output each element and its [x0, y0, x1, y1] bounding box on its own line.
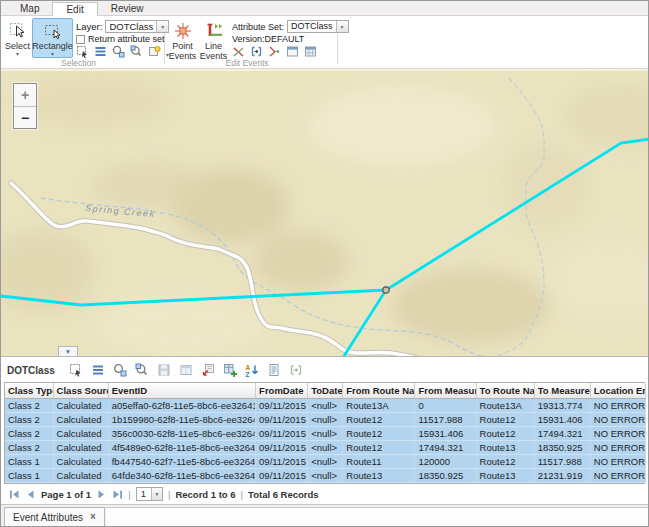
table-cell[interactable]: 09/11/2015: [256, 469, 308, 483]
table-cell[interactable]: Route13: [343, 469, 415, 483]
column-header[interactable]: FromDate: [256, 383, 308, 399]
close-tab-icon[interactable]: ×: [90, 512, 96, 522]
return-attribute-set-checkbox[interactable]: [76, 35, 85, 44]
table-cell[interactable]: NO ERROR: [590, 469, 645, 483]
table-cell[interactable]: 356c0030-62f8-11e5-8bc6-ee32641d5ec9: [108, 427, 255, 441]
table-cell[interactable]: NO ERROR: [590, 413, 645, 427]
table-cell[interactable]: Route13: [476, 441, 534, 455]
table-cell[interactable]: 17494.321: [534, 427, 590, 441]
tab-map[interactable]: Map: [7, 2, 52, 15]
table-cell[interactable]: 11517.988: [415, 413, 476, 427]
table-cell[interactable]: <null>: [308, 455, 343, 469]
attribute-set-dropdown[interactable]: DOTClass ▾: [287, 20, 349, 33]
previous-page-button[interactable]: [25, 489, 36, 500]
table-cell[interactable]: Route12: [476, 455, 534, 469]
report-icon[interactable]: [267, 363, 282, 378]
table-cell[interactable]: Route13A: [476, 399, 534, 413]
table-row[interactable]: Class 1Calculatedfb447540-62f7-11e5-8bc6…: [5, 455, 646, 469]
table-row[interactable]: Class 1Calculated64fde340-62f8-11e5-8bc6…: [5, 469, 646, 483]
table-cell[interactable]: Class 2: [5, 399, 53, 413]
table-cell[interactable]: <null>: [308, 413, 343, 427]
table-cell[interactable]: fb447540-62f7-11e5-8bc6-ee32641d5ec9: [108, 455, 255, 469]
tab-review[interactable]: Review: [98, 2, 157, 15]
table-cell[interactable]: NO ERROR: [590, 399, 645, 413]
table-cell[interactable]: Class 2: [5, 413, 53, 427]
table-cell[interactable]: 15931.406: [534, 413, 590, 427]
table-cell[interactable]: <null>: [308, 427, 343, 441]
table-cell[interactable]: 120000: [415, 455, 476, 469]
line-events-button[interactable]: Line Events: [198, 18, 229, 58]
table-cell[interactable]: <null>: [308, 469, 343, 483]
table-cell[interactable]: Calculated: [53, 441, 108, 455]
export-records-icon[interactable]: [201, 363, 216, 378]
table-cell[interactable]: Calculated: [53, 469, 108, 483]
table-cell[interactable]: NO ERROR: [590, 427, 645, 441]
measure-range-icon[interactable]: [289, 363, 304, 378]
table-cell[interactable]: Route13: [476, 469, 534, 483]
table-cell[interactable]: Route12: [343, 441, 415, 455]
table-cell[interactable]: 64fde340-62f8-11e5-8bc6-ee32641d5ec9: [108, 469, 255, 483]
table-cell[interactable]: Class 1: [5, 469, 53, 483]
column-header[interactable]: To Route Name: [476, 383, 534, 399]
table-cell[interactable]: NO ERROR: [590, 455, 645, 469]
pan-to-selected-icon[interactable]: [135, 363, 150, 378]
table-cell[interactable]: 4f5489e0-62f8-11e5-8bc6-ee32641d5ec9: [108, 441, 255, 455]
select-dropdown-arrow-icon[interactable]: ▾: [16, 52, 19, 57]
table-cell[interactable]: Route13A: [343, 399, 415, 413]
page-number-dropdown[interactable]: 1 ▾: [136, 487, 163, 501]
event-window-icon[interactable]: [286, 45, 299, 58]
table-cell[interactable]: 09/11/2015: [256, 427, 308, 441]
table-cell[interactable]: a05effa0-62f8-11e5-8bc6-ee32641d5ec9: [108, 399, 255, 413]
attribute-set-dropdown-arrow-icon[interactable]: ▾: [336, 21, 348, 32]
table-cell[interactable]: 17494.321: [415, 441, 476, 455]
collapse-panel-button[interactable]: ▼: [58, 346, 78, 356]
first-page-button[interactable]: [9, 489, 20, 500]
column-header[interactable]: Class Type: [5, 383, 53, 399]
table-cell[interactable]: Route12: [476, 427, 534, 441]
add-records-icon[interactable]: [223, 363, 238, 378]
tab-event-attributes[interactable]: Event Attributes ×: [4, 507, 105, 526]
table-row[interactable]: Class 2Calculated356c0030-62f8-11e5-8bc6…: [5, 427, 646, 441]
select-tool-button[interactable]: Select ▾: [3, 18, 32, 58]
column-header[interactable]: EventID: [108, 383, 255, 399]
select-records-icon[interactable]: [69, 363, 84, 378]
page-dropdown-arrow-icon[interactable]: ▾: [151, 488, 162, 500]
table-cell[interactable]: 21231.919: [534, 469, 590, 483]
zoom-to-selection-icon[interactable]: [112, 45, 125, 58]
merge-events-icon[interactable]: [268, 45, 281, 58]
tab-edit[interactable]: Edit: [52, 2, 97, 16]
table-cell[interactable]: Route12: [343, 413, 415, 427]
measure-brackets-icon[interactable]: [250, 45, 263, 58]
table-cell[interactable]: Class 2: [5, 441, 53, 455]
column-header[interactable]: ToDate: [308, 383, 343, 399]
next-page-button[interactable]: [96, 489, 107, 500]
table-cell[interactable]: 09/11/2015: [256, 455, 308, 469]
table-cell[interactable]: 18350.925: [534, 441, 590, 455]
table-cell[interactable]: 1b159980-62f8-11e5-8bc6-ee32641d5ec9: [108, 413, 255, 427]
table-row[interactable]: Class 2Calculateda05effa0-62f8-11e5-8bc6…: [5, 399, 646, 413]
table-row[interactable]: Class 2Calculated4f5489e0-62f8-11e5-8bc6…: [5, 441, 646, 455]
table-cell[interactable]: 09/11/2015: [256, 413, 308, 427]
sort-records-icon[interactable]: AZ: [245, 363, 260, 378]
layer-dropdown[interactable]: DOTClass ▾: [105, 20, 169, 33]
table-cell[interactable]: Route12: [476, 413, 534, 427]
zoom-out-button[interactable]: −: [14, 106, 36, 128]
table-cell[interactable]: NO ERROR: [590, 441, 645, 455]
split-event-icon[interactable]: [232, 45, 245, 58]
zoom-in-button[interactable]: +: [14, 84, 36, 106]
selection-list-icon[interactable]: [94, 45, 107, 58]
column-header[interactable]: Class Source: [53, 383, 108, 399]
table-cell[interactable]: 0: [415, 399, 476, 413]
attribute-window-icon[interactable]: [179, 363, 194, 378]
last-page-button[interactable]: [112, 489, 123, 500]
table-cell[interactable]: Class 2: [5, 427, 53, 441]
save-edits-icon[interactable]: [157, 363, 172, 378]
column-header[interactable]: From Measure: [415, 383, 476, 399]
zoom-to-selected-icon[interactable]: [113, 363, 128, 378]
table-row[interactable]: Class 2Calculated1b159980-62f8-11e5-8bc6…: [5, 413, 646, 427]
table-cell[interactable]: <null>: [308, 399, 343, 413]
table-cell[interactable]: Class 1: [5, 455, 53, 469]
select-by-rectangle-icon[interactable]: [76, 45, 89, 58]
column-header[interactable]: To Measure: [534, 383, 590, 399]
table-cell[interactable]: Calculated: [53, 427, 108, 441]
